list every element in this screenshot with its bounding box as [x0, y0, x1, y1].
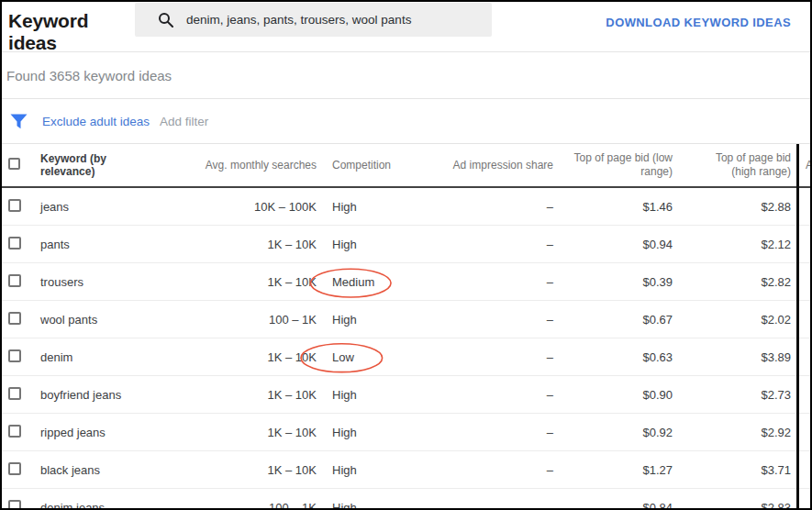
column-ad-impression-share[interactable]: Ad impression share [439, 159, 553, 172]
column-competition[interactable]: Competition [317, 159, 439, 172]
competition-cell: High [317, 200, 439, 214]
searches-cell: 1K – 10K [196, 426, 317, 439]
ad-share-cell: – [439, 501, 553, 510]
low-bid-cell: $1.46 [553, 200, 673, 214]
ad-share-cell: – [439, 275, 553, 289]
row-checkbox[interactable] [8, 349, 21, 362]
row-checkbox[interactable] [8, 312, 21, 325]
searches-cell: 10K – 100K [196, 200, 317, 214]
low-bid-cell: $0.84 [553, 501, 673, 510]
keyword-search-box[interactable] [135, 3, 492, 37]
keyword-cell: black jeans [40, 463, 196, 477]
searches-cell: 1K – 10K [196, 238, 317, 251]
low-bid-cell: $0.67 [553, 313, 673, 327]
competition-cell: Medium [317, 275, 439, 289]
competition-cell: Low [317, 350, 439, 364]
page-title: Keyword ideas [8, 10, 135, 54]
search-input[interactable] [186, 13, 489, 27]
row-checkbox[interactable] [8, 199, 21, 212]
top-bar: Keyword ideas DOWNLOAD KEYWORD IDEAS [2, 2, 810, 52]
select-all-checkbox[interactable] [8, 158, 20, 170]
low-bid-cell: $1.27 [553, 463, 673, 477]
keyword-cell: ripped jeans [40, 426, 196, 439]
searches-cell: 1K – 10K [196, 350, 317, 364]
exclude-adult-ideas-filter[interactable]: Exclude adult ideas [42, 115, 150, 128]
row-checkbox[interactable] [8, 274, 21, 287]
competition-cell: High [317, 426, 439, 439]
column-keyword[interactable]: Keyword (by relevance) [40, 152, 132, 178]
row-checkbox[interactable] [8, 387, 21, 400]
table-row: trousers 1K – 10K Medium – $0.39 $2.82 [2, 263, 810, 301]
search-icon [158, 12, 173, 28]
searches-cell: 1K – 10K [196, 463, 317, 477]
ad-share-cell: – [439, 238, 553, 251]
low-bid-cell: $0.92 [553, 426, 673, 439]
table-row: pants 1K – 10K High – $0.94 $2.12 [2, 226, 810, 263]
table-row: jeans 10K – 100K High – $1.46 $2.88 [2, 188, 810, 226]
table-row: denim 1K – 10K Low – $0.63 $3.89 [2, 338, 810, 376]
high-bid-cell: $3.71 [673, 463, 798, 477]
table-row: boyfriend jeans 1K – 10K High – $0.90 $2… [2, 376, 810, 414]
searches-cell: 1K – 10K [196, 275, 317, 289]
competition-cell: High [317, 388, 439, 402]
keyword-cell: denim jeans [40, 501, 196, 510]
table-right-separator [796, 144, 799, 508]
low-bid-cell: $0.90 [553, 388, 673, 402]
results-summary: Found 3658 keyword ideas [2, 52, 810, 99]
high-bid-cell: $2.73 [673, 388, 798, 402]
high-bid-cell: $3.89 [673, 350, 798, 364]
row-checkbox[interactable] [8, 500, 21, 510]
high-bid-cell: $2.88 [673, 200, 798, 214]
table-row: black jeans 1K – 10K High – $1.27 $3.71 [2, 451, 810, 489]
ad-share-cell: – [439, 388, 553, 402]
searches-cell: 100 – 1K [196, 313, 317, 327]
table-header: Keyword (by relevance) Avg. monthly sear… [2, 144, 810, 188]
row-checkbox[interactable] [8, 462, 21, 475]
ad-share-cell: – [439, 463, 553, 477]
keyword-planner-window: Keyword ideas DOWNLOAD KEYWORD IDEAS Fou… [0, 0, 812, 510]
filter-funnel-icon [10, 114, 28, 129]
low-bid-cell: $0.63 [553, 350, 673, 364]
row-checkbox[interactable] [8, 425, 21, 438]
competition-cell: High [317, 313, 439, 327]
low-bid-cell: $0.94 [553, 238, 673, 251]
table-row: ripped jeans 1K – 10K High – $0.92 $2.92 [2, 414, 810, 451]
table-body: jeans 10K – 100K High – $1.46 $2.88 pant… [2, 188, 810, 510]
ad-share-cell: – [439, 350, 553, 364]
column-avg-monthly-searches[interactable]: Avg. monthly searches [196, 159, 317, 172]
column-top-of-page-bid-low[interactable]: Top of page bid (low range) [553, 151, 673, 179]
table-row: wool pants 100 – 1K High – $0.67 $2.02 [2, 301, 810, 338]
add-filter-button[interactable]: Add filter [160, 115, 208, 128]
high-bid-cell: $2.02 [673, 313, 798, 327]
competition-cell: High [317, 463, 439, 477]
low-bid-cell: $0.39 [553, 275, 673, 289]
high-bid-cell: $2.92 [673, 426, 798, 439]
competition-cell: High [317, 501, 439, 510]
table-row: denim jeans 100 – 1K High – $0.84 $2.83 [2, 489, 810, 510]
filter-bar: Exclude adult ideas Add filter [2, 99, 810, 144]
ad-share-cell: – [439, 200, 553, 214]
ad-share-cell: – [439, 313, 553, 327]
high-bid-cell: $2.12 [673, 238, 798, 251]
keyword-cell: denim [40, 350, 196, 364]
keyword-cell: jeans [40, 200, 196, 214]
column-truncated: A [798, 159, 812, 172]
searches-cell: 1K – 10K [196, 388, 317, 402]
competition-cell: High [317, 238, 439, 251]
high-bid-cell: $2.82 [673, 275, 798, 289]
keyword-cell: wool pants [40, 313, 196, 327]
keyword-cell: trousers [40, 275, 196, 289]
searches-cell: 100 – 1K [196, 501, 317, 510]
row-checkbox[interactable] [8, 237, 21, 249]
download-keyword-ideas-link[interactable]: DOWNLOAD KEYWORD IDEAS [606, 16, 791, 29]
keyword-cell: boyfriend jeans [40, 388, 196, 402]
column-top-of-page-bid-high[interactable]: Top of page bid (high range) [673, 151, 798, 179]
keyword-cell: pants [40, 238, 196, 251]
high-bid-cell: $2.83 [673, 501, 798, 510]
ad-share-cell: – [439, 426, 553, 439]
